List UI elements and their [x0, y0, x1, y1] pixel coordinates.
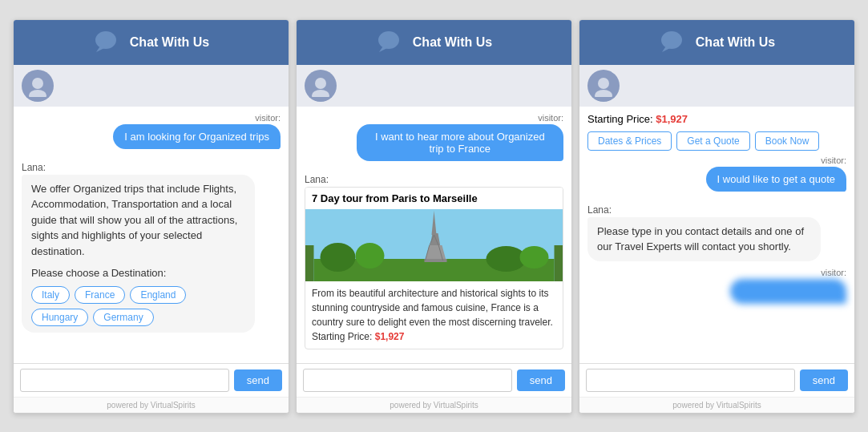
svg-marker-1 — [96, 47, 106, 52]
chat-header-3: Chat With Us — [579, 20, 854, 65]
dates-prices-btn[interactable]: Dates & Prices — [587, 131, 672, 151]
visitor-bubble-3a: I would like to get a quote — [706, 167, 846, 192]
header-title-2: Chat With Us — [413, 35, 492, 50]
destination-options-1: Please choose a Destination: Italy Franc… — [31, 265, 245, 326]
chat-footer-2: send — [297, 363, 571, 397]
visitor-bubble-blurred: blurred text — [730, 279, 846, 304]
dest-germany[interactable]: Germany — [93, 309, 153, 326]
powered-by-2: powered by VirtualSpirits — [297, 397, 571, 413]
svg-point-6 — [315, 78, 326, 89]
agent-bubble-3: Please type in you contact details and o… — [587, 217, 821, 261]
svg-point-2 — [32, 78, 43, 89]
send-button-2[interactable]: send — [517, 369, 565, 391]
get-quote-btn[interactable]: Get a Quote — [676, 131, 749, 151]
chat-body-1: visitor: I am looking for Organized trip… — [14, 107, 289, 363]
svg-point-11 — [356, 243, 385, 268]
chat-widget-2: Chat With Us visitor: I want to hear mor… — [296, 19, 572, 414]
svg-point-4 — [378, 31, 399, 49]
avatar-icon-2 — [309, 75, 332, 97]
chat-subheader-1 — [14, 65, 289, 107]
agent-avatar-3 — [587, 70, 620, 102]
header-title-3: Chat With Us — [696, 35, 775, 50]
svg-point-10 — [321, 243, 356, 272]
chat-subheader-3 — [579, 65, 854, 107]
choose-label-1: Please choose a Destination: — [31, 265, 245, 281]
agent-name-3: Lana: — [587, 204, 846, 216]
chat-input-3[interactable] — [586, 369, 795, 392]
header-title-1: Chat With Us — [130, 35, 209, 50]
tour-image-svg — [305, 209, 563, 281]
agent-name-1: Lana: — [22, 162, 281, 173]
powered-by-1: powered by VirtualSpirits — [14, 397, 289, 413]
chat-widget-1: Chat With Us visitor: I am looking for O… — [13, 19, 289, 414]
visitor-bubble-wrap-3b: blurred text — [587, 279, 846, 304]
visitor-label-1: visitor: — [22, 113, 281, 123]
visitor-bubble-wrap-3a: I would like to get a quote — [587, 167, 846, 198]
visitor-bubble-wrap-1: I am looking for Organized trips — [22, 124, 281, 155]
visitor-label-3a: visitor: — [587, 155, 846, 165]
chat-icon-3 — [659, 28, 688, 57]
chat-subheader-2 — [297, 65, 571, 107]
svg-rect-17 — [425, 259, 447, 262]
tour-card: 7 Day tour from Paris to Marseille — [305, 187, 563, 349]
chat-footer-3: send — [579, 363, 854, 397]
chat-header-1: Chat With Us — [14, 20, 289, 65]
send-button-3[interactable]: send — [800, 369, 848, 391]
chat-footer-1: send — [14, 363, 289, 397]
agent-bubble-1: We offer Organized trips that include Fl… — [22, 175, 255, 333]
svg-point-24 — [598, 78, 609, 89]
avatar-icon-1 — [26, 75, 49, 97]
svg-point-0 — [95, 31, 116, 49]
agent-avatar-2 — [305, 70, 337, 102]
send-button-1[interactable]: send — [234, 369, 282, 391]
chat-container: Chat With Us visitor: I am looking for O… — [5, 11, 863, 422]
svg-point-7 — [312, 90, 329, 97]
dest-italy[interactable]: Italy — [31, 286, 70, 304]
svg-point-25 — [595, 90, 612, 97]
visitor-bubble-wrap-2: I want to hear more about Organized trip… — [305, 124, 563, 168]
tour-image — [305, 209, 563, 281]
action-buttons: Dates & Prices Get a Quote Book Now — [587, 131, 846, 151]
visitor-label-3b: visitor: — [587, 268, 846, 277]
tour-price: $1,927 — [375, 331, 405, 342]
starting-price-label-3: Starting Price: — [587, 113, 653, 125]
chat-widget-3: Chat With Us Starting Price: $1,927 Date… — [579, 19, 855, 414]
price-section: Starting Price: $1,927 — [587, 113, 846, 125]
starting-price-3: $1,927 — [656, 113, 688, 125]
visitor-bubble-2: I want to hear more about Organized trip… — [357, 124, 563, 161]
svg-point-13 — [520, 246, 549, 268]
chat-body-3: Starting Price: $1,927 Dates & Prices Ge… — [579, 107, 854, 363]
agent-name-2: Lana: — [305, 174, 563, 185]
dest-england[interactable]: England — [130, 286, 186, 304]
chat-header-2: Chat With Us — [297, 20, 571, 65]
agent-avatar-1 — [22, 70, 54, 102]
tour-title: 7 Day tour from Paris to Marseille — [305, 188, 563, 209]
chat-input-1[interactable] — [20, 369, 229, 392]
dest-hungary[interactable]: Hungary — [31, 309, 88, 326]
book-now-btn[interactable]: Book Now — [755, 131, 820, 151]
avatar-icon-3 — [592, 75, 615, 97]
chat-icon-1 — [93, 28, 122, 57]
powered-by-3: powered by VirtualSpirits — [579, 397, 854, 413]
chat-body-2: visitor: I want to hear more about Organ… — [297, 107, 571, 363]
svg-point-3 — [29, 90, 46, 97]
tour-desc: From its beautiful architecture and hist… — [305, 281, 563, 349]
svg-point-22 — [661, 31, 682, 49]
visitor-label-2: visitor: — [305, 113, 563, 123]
visitor-bubble-1: I am looking for Organized trips — [113, 124, 281, 149]
chat-icon-2 — [376, 28, 405, 57]
dest-france[interactable]: France — [75, 286, 125, 304]
chat-input-2[interactable] — [303, 369, 512, 392]
